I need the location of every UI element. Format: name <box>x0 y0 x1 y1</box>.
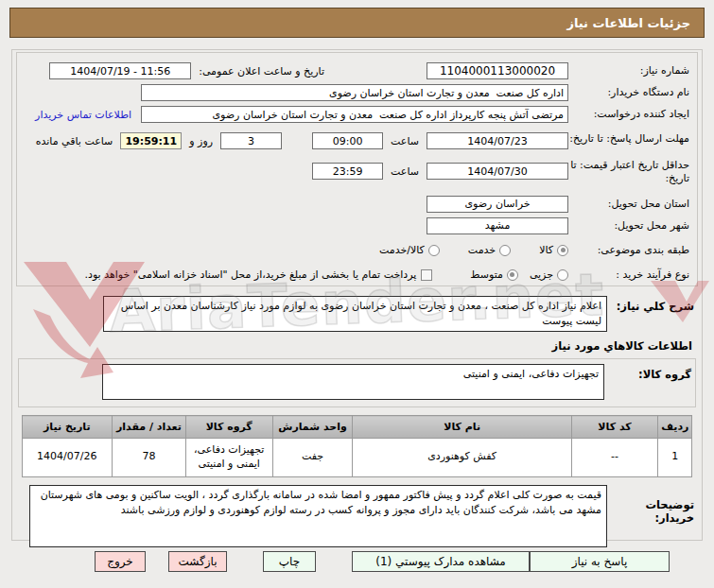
goods-group-label: گروه کالا: <box>604 364 691 381</box>
row-need-number: شماره نیاز: تاریخ و ساعت اعلان عمومی: <box>25 61 689 80</box>
items-table-header-row: ردیف کد کالا نام کالا واحد شمارش گروه کا… <box>22 416 692 439</box>
row-buyer-org: نام دستگاه خریدار: <box>25 83 689 102</box>
col-qty[interactable]: تعداد / مقدار <box>112 416 185 439</box>
row-delivery-city: شهر محل تحویل: <box>25 216 689 235</box>
delivery-province-input[interactable] <box>427 196 568 213</box>
price-validity-hour-input[interactable] <box>312 163 383 180</box>
cell-code: -- <box>571 439 657 477</box>
remaining-time-box: 19:59:11 <box>120 132 182 149</box>
row-subject-class: طبقه بندی موضوعی: کالا خدمت کالا/خدمت <box>25 241 689 260</box>
exit-button[interactable]: خروج <box>95 551 146 572</box>
announce-input[interactable] <box>49 62 191 79</box>
purchase-type-option-medium[interactable]: متوسط <box>470 268 518 281</box>
treasury-checkbox-option[interactable]: پرداخت تمام یا بخشی از مبلغ خرید،از محل … <box>85 268 433 281</box>
page-title: جزئیات اطلاعات نیاز <box>9 8 705 38</box>
radio-both-icon[interactable] <box>428 245 440 256</box>
cell-date: 1404/07/26 <box>22 439 112 477</box>
col-group[interactable]: گروه کالا <box>185 416 272 439</box>
col-code[interactable]: کد کالا <box>571 416 657 439</box>
cell-unit: جفت <box>272 439 353 477</box>
reply-deadline-hour-label: ساعت <box>391 135 419 147</box>
treasury-checkbox-icon[interactable] <box>421 269 432 281</box>
footer-buttons: پاسخ به نیاز مشاهده مدارک پیوستي (1) چاپ… <box>33 550 681 573</box>
delivery-city-label: شهر محل تحویل: <box>568 219 689 233</box>
radio-service-label: خدمت <box>468 244 496 256</box>
goods-group-textarea[interactable]: تجهیزات دفاعی، ایمنی و امنیتی <box>102 364 604 400</box>
buyer-contact-link[interactable]: اطلاعات تماس خریدار <box>35 109 131 121</box>
items-table: ردیف کد کالا نام کالا واحد شمارش گروه کا… <box>22 415 693 477</box>
cell-qty: 78 <box>112 439 185 477</box>
delivery-province-label: استان محل تحویل: <box>568 198 689 211</box>
treasury-checkbox-label: پرداخت تمام یا بخشی از مبلغ خرید،از محل … <box>85 268 417 281</box>
remaining-time-label: ساعت باقي مانده <box>36 135 113 147</box>
radio-medium-label: متوسط <box>470 268 503 281</box>
remaining-days-label: روز و <box>189 135 213 147</box>
announce-label: تاریخ و ساعت اعلان عمومی: <box>199 65 324 78</box>
need-description-textarea[interactable]: اعلام نیاز اداره کل صنعت ، معدن و تجارت … <box>103 296 607 332</box>
main-panel: شماره نیاز: تاریخ و ساعت اعلان عمومی: نا… <box>11 49 703 541</box>
radio-both-label: کالا/خدمت <box>379 244 425 256</box>
buyer-notes-textarea[interactable]: قیمت به صورت کلی اعلام گردد و پیش فاکتور… <box>29 485 607 547</box>
radio-goods-label: کالا <box>539 244 553 256</box>
subject-class-option-both[interactable]: کالا/خدمت <box>379 244 440 256</box>
subject-class-option-goods[interactable]: کالا <box>539 244 568 256</box>
request-creator-input[interactable] <box>141 106 568 123</box>
row-price-validity: حداقل تاریخ اعتبار قیمت: تا تاریخ: ساعت <box>25 158 689 185</box>
back-button[interactable]: بازگشت <box>168 551 227 572</box>
row-purchase-type: نوع فرآیند خرید : جزیی متوسط پرداخت تمام… <box>25 266 689 285</box>
reply-deadline-date-input[interactable] <box>427 132 568 149</box>
cell-group: تجهیزات دفاعی، ایمنی و امنیتی <box>185 439 272 477</box>
goods-section-title: اطلاعات کالاهاي مورد نياز <box>22 339 692 353</box>
goods-section: شرح کلي نياز: اعلام نیاز اداره کل صنعت ،… <box>16 286 698 559</box>
row-request-creator: ایجاد کننده درخواست: اطلاعات تماس خریدار <box>25 105 689 124</box>
row-delivery-province: استان محل تحویل: <box>25 195 689 214</box>
need-description-label: شرح کلي نياز: <box>607 296 694 313</box>
goods-group-groupbox: گروه کالا: تجهیزات دفاعی، ایمنی و امنیتی <box>18 358 696 407</box>
buyer-notes-label: توضیحات خریدار: <box>607 485 694 525</box>
need-number-label: شماره نیاز: <box>568 64 689 78</box>
page-title-text: جزئیات اطلاعات نیاز <box>566 16 690 30</box>
price-validity-label: حداقل تاریخ اعتبار قیمت: تا تاریخ: <box>568 158 689 185</box>
respond-to-need-button[interactable]: پاسخ به نیاز <box>530 551 670 572</box>
cell-name: کفش کوهنوردی <box>353 439 571 477</box>
col-name[interactable]: نام کالا <box>353 416 571 439</box>
row-reply-deadline: مهلت ارسال پاسخ: تا تاریخ: ساعت روز و 19… <box>25 131 689 150</box>
radio-minor-label: جزیی <box>530 268 553 281</box>
subject-class-option-service[interactable]: خدمت <box>468 244 511 256</box>
price-validity-hour-label: ساعت <box>391 165 419 178</box>
radio-minor-icon[interactable] <box>557 269 568 281</box>
buyer-org-label: نام دستگاه خریدار: <box>568 86 689 99</box>
col-date[interactable]: تاریخ نیاز <box>22 416 112 439</box>
need-number-input[interactable] <box>427 62 568 79</box>
buyer-notes-row: توضیحات خریدار: قیمت به صورت کلی اعلام گ… <box>20 485 694 547</box>
view-attachments-button[interactable]: مشاهده مدارک پیوستي (1) <box>352 551 530 572</box>
need-info-groupbox: شماره نیاز: تاریخ و ساعت اعلان عمومی: نا… <box>16 52 698 286</box>
table-row[interactable]: 1 -- کفش کوهنوردی جفت تجهیزات دفاعی، ایم… <box>22 439 692 477</box>
buyer-org-input[interactable] <box>141 84 568 101</box>
delivery-city-input[interactable] <box>427 217 568 234</box>
reply-deadline-hour-input[interactable] <box>312 132 383 149</box>
price-validity-date-input[interactable] <box>427 163 568 180</box>
radio-medium-icon[interactable] <box>507 269 518 281</box>
radio-service-icon[interactable] <box>499 245 511 256</box>
cell-row: 1 <box>658 439 692 477</box>
col-row[interactable]: ردیف <box>658 416 692 439</box>
radio-goods-icon[interactable] <box>557 245 568 256</box>
remaining-days-box <box>220 132 282 149</box>
request-creator-label: ایجاد کننده درخواست: <box>568 108 689 121</box>
reply-deadline-label: مهلت ارسال پاسخ: تا تاریخ: <box>568 131 689 146</box>
subject-class-label: طبقه بندی موضوعی: <box>568 244 689 257</box>
purchase-type-label: نوع فرآیند خرید : <box>568 268 689 282</box>
purchase-type-option-minor[interactable]: جزیی <box>530 268 568 281</box>
col-unit[interactable]: واحد شمارش <box>272 416 353 439</box>
print-button[interactable]: چاپ <box>263 551 316 572</box>
need-description-row: شرح کلي نياز: اعلام نیاز اداره کل صنعت ،… <box>20 296 694 332</box>
